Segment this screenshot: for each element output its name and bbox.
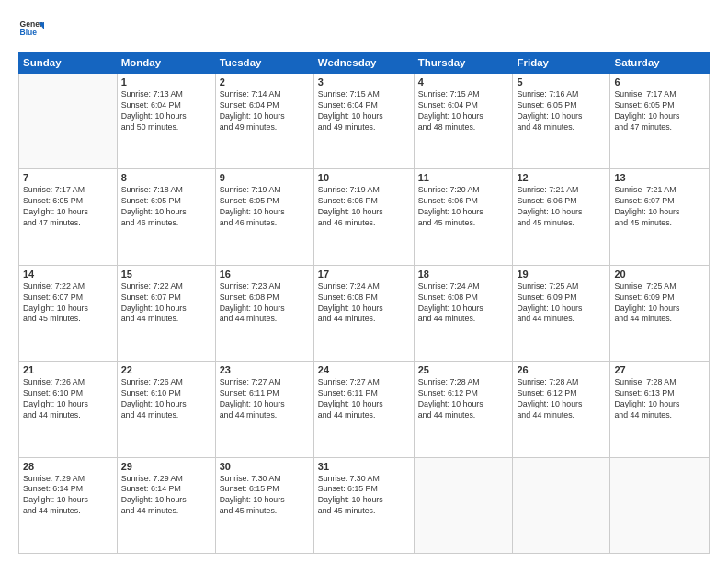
calendar-day-cell: 16Sunrise: 7:23 AM Sunset: 6:08 PM Dayli… — [215, 265, 313, 361]
calendar-day-cell: 9Sunrise: 7:19 AM Sunset: 6:05 PM Daylig… — [215, 169, 313, 265]
calendar-table: SundayMondayTuesdayWednesdayThursdayFrid… — [18, 52, 710, 554]
day-info: Sunrise: 7:16 AM Sunset: 6:05 PM Dayligh… — [517, 89, 606, 133]
calendar-day-cell: 15Sunrise: 7:22 AM Sunset: 6:07 PM Dayli… — [117, 265, 215, 361]
day-number: 31 — [318, 461, 410, 472]
day-number: 14 — [23, 269, 113, 280]
day-number: 25 — [418, 364, 509, 375]
calendar-day-cell: 6Sunrise: 7:17 AM Sunset: 6:05 PM Daylig… — [610, 74, 710, 169]
calendar-week-row: 14Sunrise: 7:22 AM Sunset: 6:07 PM Dayli… — [19, 265, 710, 361]
day-number: 5 — [517, 76, 606, 87]
day-number: 9 — [220, 172, 310, 183]
day-info: Sunrise: 7:23 AM Sunset: 6:08 PM Dayligh… — [220, 282, 310, 326]
calendar-day-cell: 19Sunrise: 7:25 AM Sunset: 6:09 PM Dayli… — [513, 265, 610, 361]
day-number: 7 — [23, 172, 113, 183]
calendar-day-cell: 5Sunrise: 7:16 AM Sunset: 6:05 PM Daylig… — [513, 74, 610, 169]
day-info: Sunrise: 7:22 AM Sunset: 6:07 PM Dayligh… — [121, 282, 211, 326]
weekday-header-cell: Monday — [117, 52, 215, 74]
day-number: 18 — [418, 269, 509, 280]
day-info: Sunrise: 7:15 AM Sunset: 6:04 PM Dayligh… — [418, 89, 509, 133]
calendar-day-cell: 20Sunrise: 7:25 AM Sunset: 6:09 PM Dayli… — [610, 265, 710, 361]
calendar-day-cell: 28Sunrise: 7:29 AM Sunset: 6:14 PM Dayli… — [19, 457, 118, 553]
calendar-week-row: 7Sunrise: 7:17 AM Sunset: 6:05 PM Daylig… — [19, 169, 710, 265]
calendar-day-cell: 11Sunrise: 7:20 AM Sunset: 6:06 PM Dayli… — [414, 169, 513, 265]
page-header: General Blue — [18, 17, 710, 42]
day-number: 28 — [23, 461, 113, 472]
calendar-day-cell: 30Sunrise: 7:30 AM Sunset: 6:15 PM Dayli… — [215, 457, 313, 553]
svg-text:Blue: Blue — [20, 28, 38, 37]
logo-icon: General Blue — [18, 17, 44, 42]
weekday-header-cell: Saturday — [610, 52, 710, 74]
day-info: Sunrise: 7:20 AM Sunset: 6:06 PM Dayligh… — [418, 185, 509, 229]
calendar-day-cell — [513, 457, 610, 553]
weekday-header-cell: Sunday — [19, 52, 118, 74]
day-number: 20 — [614, 269, 705, 280]
day-number: 21 — [23, 364, 113, 375]
day-info: Sunrise: 7:25 AM Sunset: 6:09 PM Dayligh… — [614, 282, 705, 326]
day-number: 16 — [220, 269, 310, 280]
day-info: Sunrise: 7:19 AM Sunset: 6:05 PM Dayligh… — [220, 185, 310, 229]
calendar-day-cell: 14Sunrise: 7:22 AM Sunset: 6:07 PM Dayli… — [19, 265, 118, 361]
day-info: Sunrise: 7:30 AM Sunset: 6:15 PM Dayligh… — [220, 474, 310, 518]
day-info: Sunrise: 7:28 AM Sunset: 6:12 PM Dayligh… — [517, 377, 606, 421]
calendar-day-cell: 31Sunrise: 7:30 AM Sunset: 6:15 PM Dayli… — [313, 457, 414, 553]
logo: General Blue — [18, 17, 44, 42]
calendar-day-cell: 22Sunrise: 7:26 AM Sunset: 6:10 PM Dayli… — [117, 362, 215, 457]
calendar-day-cell: 7Sunrise: 7:17 AM Sunset: 6:05 PM Daylig… — [19, 169, 118, 265]
day-info: Sunrise: 7:19 AM Sunset: 6:06 PM Dayligh… — [318, 185, 410, 229]
day-info: Sunrise: 7:15 AM Sunset: 6:04 PM Dayligh… — [318, 89, 410, 133]
day-info: Sunrise: 7:24 AM Sunset: 6:08 PM Dayligh… — [418, 282, 509, 326]
calendar-day-cell: 23Sunrise: 7:27 AM Sunset: 6:11 PM Dayli… — [215, 362, 313, 457]
calendar-day-cell — [610, 457, 710, 553]
weekday-header-cell: Tuesday — [215, 52, 313, 74]
calendar-day-cell: 29Sunrise: 7:29 AM Sunset: 6:14 PM Dayli… — [117, 457, 215, 553]
day-info: Sunrise: 7:26 AM Sunset: 6:10 PM Dayligh… — [121, 377, 211, 421]
day-info: Sunrise: 7:21 AM Sunset: 6:07 PM Dayligh… — [614, 185, 705, 229]
day-info: Sunrise: 7:29 AM Sunset: 6:14 PM Dayligh… — [121, 474, 211, 518]
calendar-day-cell: 12Sunrise: 7:21 AM Sunset: 6:06 PM Dayli… — [513, 169, 610, 265]
weekday-header-cell: Thursday — [414, 52, 513, 74]
day-number: 1 — [121, 76, 211, 87]
calendar-day-cell: 25Sunrise: 7:28 AM Sunset: 6:12 PM Dayli… — [414, 362, 513, 457]
calendar-day-cell: 27Sunrise: 7:28 AM Sunset: 6:13 PM Dayli… — [610, 362, 710, 457]
calendar-week-row: 21Sunrise: 7:26 AM Sunset: 6:10 PM Dayli… — [19, 362, 710, 457]
day-info: Sunrise: 7:14 AM Sunset: 6:04 PM Dayligh… — [220, 89, 310, 133]
day-info: Sunrise: 7:24 AM Sunset: 6:08 PM Dayligh… — [318, 282, 410, 326]
calendar-day-cell — [19, 74, 118, 169]
weekday-header-cell: Friday — [513, 52, 610, 74]
day-number: 3 — [318, 76, 410, 87]
calendar-day-cell: 21Sunrise: 7:26 AM Sunset: 6:10 PM Dayli… — [19, 362, 118, 457]
day-number: 6 — [614, 76, 705, 87]
day-number: 29 — [121, 461, 211, 472]
day-number: 30 — [220, 461, 310, 472]
calendar-day-cell: 17Sunrise: 7:24 AM Sunset: 6:08 PM Dayli… — [313, 265, 414, 361]
day-info: Sunrise: 7:22 AM Sunset: 6:07 PM Dayligh… — [23, 282, 113, 326]
day-info: Sunrise: 7:17 AM Sunset: 6:05 PM Dayligh… — [23, 185, 113, 229]
calendar-day-cell: 26Sunrise: 7:28 AM Sunset: 6:12 PM Dayli… — [513, 362, 610, 457]
day-number: 24 — [318, 364, 410, 375]
day-number: 10 — [318, 172, 410, 183]
day-info: Sunrise: 7:25 AM Sunset: 6:09 PM Dayligh… — [517, 282, 606, 326]
calendar-day-cell: 2Sunrise: 7:14 AM Sunset: 6:04 PM Daylig… — [215, 74, 313, 169]
day-number: 27 — [614, 364, 705, 375]
day-info: Sunrise: 7:29 AM Sunset: 6:14 PM Dayligh… — [23, 474, 113, 518]
day-number: 26 — [517, 364, 606, 375]
day-number: 23 — [220, 364, 310, 375]
calendar-day-cell: 10Sunrise: 7:19 AM Sunset: 6:06 PM Dayli… — [313, 169, 414, 265]
calendar-day-cell — [414, 457, 513, 553]
weekday-header-row: SundayMondayTuesdayWednesdayThursdayFrid… — [19, 52, 710, 74]
day-number: 13 — [614, 172, 705, 183]
calendar-day-cell: 18Sunrise: 7:24 AM Sunset: 6:08 PM Dayli… — [414, 265, 513, 361]
calendar-day-cell: 8Sunrise: 7:18 AM Sunset: 6:05 PM Daylig… — [117, 169, 215, 265]
day-number: 15 — [121, 269, 211, 280]
calendar-body: 1Sunrise: 7:13 AM Sunset: 6:04 PM Daylig… — [19, 74, 710, 554]
day-number: 11 — [418, 172, 509, 183]
day-info: Sunrise: 7:17 AM Sunset: 6:05 PM Dayligh… — [614, 89, 705, 133]
day-info: Sunrise: 7:13 AM Sunset: 6:04 PM Dayligh… — [121, 89, 211, 133]
day-number: 17 — [318, 269, 410, 280]
calendar-week-row: 1Sunrise: 7:13 AM Sunset: 6:04 PM Daylig… — [19, 74, 710, 169]
day-number: 12 — [517, 172, 606, 183]
day-number: 8 — [121, 172, 211, 183]
day-info: Sunrise: 7:30 AM Sunset: 6:15 PM Dayligh… — [318, 474, 410, 518]
day-info: Sunrise: 7:26 AM Sunset: 6:10 PM Dayligh… — [23, 377, 113, 421]
calendar-day-cell: 13Sunrise: 7:21 AM Sunset: 6:07 PM Dayli… — [610, 169, 710, 265]
